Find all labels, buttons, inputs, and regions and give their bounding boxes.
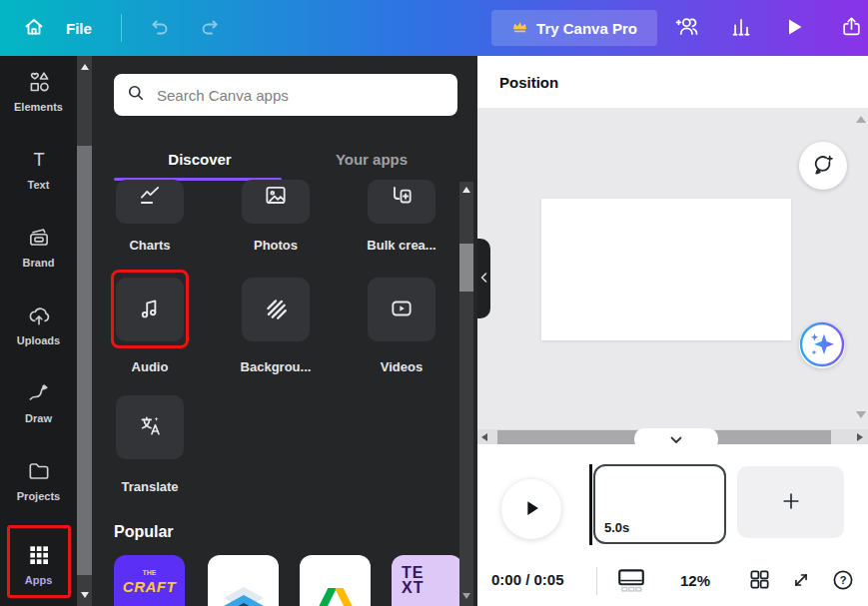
add-people-icon (674, 13, 701, 43)
clip-duration-label: 5.0s (604, 520, 629, 535)
popular-app-google-drive[interactable] (300, 555, 371, 606)
scrollbar-thumb[interactable] (459, 244, 473, 292)
scroll-down-arrow-icon[interactable] (81, 592, 89, 598)
audio-music-note-icon (136, 295, 164, 325)
design-page[interactable] (541, 199, 791, 340)
craft-logo-text: CRAFT (123, 578, 176, 595)
text-icon: T (26, 146, 52, 174)
sidebar-item-uploads[interactable]: Uploads (0, 302, 77, 363)
photos-icon (263, 183, 289, 212)
app-tile-audio[interactable] (116, 278, 184, 341)
grid-view-icon (748, 568, 771, 594)
timeline-view-button[interactable] (611, 564, 651, 598)
svg-text:T: T (33, 149, 44, 170)
home-icon (22, 15, 46, 42)
translate-icon (137, 412, 164, 442)
layers-logo-icon (218, 585, 270, 606)
fullscreen-button[interactable] (785, 566, 817, 596)
sidebar-item-brand[interactable]: Brand (0, 224, 77, 286)
scroll-up-arrow-icon[interactable] (81, 64, 89, 70)
panel-tabs: Discover Your apps (114, 146, 457, 172)
magic-sparkles-icon (799, 321, 845, 370)
redo-icon (198, 15, 222, 42)
app-tile-label: Videos (342, 359, 461, 374)
timeline-view-icon (616, 566, 646, 597)
add-page-button[interactable] (737, 466, 844, 538)
backgrounds-stripes-icon (263, 296, 289, 324)
undo-button[interactable] (142, 10, 178, 46)
topbar: File Try Canva Pro (0, 0, 868, 56)
app-tile-backgrounds[interactable] (242, 278, 310, 341)
redo-button[interactable] (192, 10, 228, 46)
brand-kit-icon (26, 224, 52, 252)
sidebar-item-label: Text (28, 179, 50, 191)
zoom-level-button[interactable]: 12% (669, 571, 721, 590)
app-tile-bulk-create[interactable] (368, 180, 435, 224)
scrollbar-thumb[interactable] (77, 146, 92, 575)
grid-view-button[interactable] (743, 566, 775, 596)
magic-assistant-button[interactable] (799, 322, 845, 368)
apps-panel: Discover Your apps (92, 56, 477, 606)
share-button[interactable] (833, 10, 868, 46)
scroll-left-arrow-icon[interactable] (481, 433, 487, 441)
bar-chart-icon (728, 14, 754, 43)
popular-app-craft[interactable]: THE CRAFT (114, 555, 185, 606)
play-icon (782, 15, 806, 42)
sidebar-scrollbar[interactable] (77, 56, 92, 606)
craft-logo-text-small: THE (143, 569, 157, 576)
scroll-right-arrow-icon[interactable] (857, 433, 863, 441)
present-button[interactable] (776, 10, 812, 46)
canvas-scroll-down-arrow-icon[interactable] (856, 411, 866, 418)
undo-icon (148, 15, 172, 42)
playhead-line (589, 464, 592, 545)
invite-members-button[interactable] (669, 10, 705, 46)
svg-text:?: ? (840, 574, 847, 586)
try-canva-pro-label: Try Canva Pro (536, 20, 637, 37)
tab-discover[interactable]: Discover (114, 146, 286, 172)
sidebar-item-apps[interactable]: Apps (0, 541, 77, 603)
context-toolbar: Position (477, 56, 868, 108)
popular-app-textcraft[interactable]: TE XT (392, 555, 462, 606)
elements-icon (26, 68, 52, 96)
panel-scrollbar[interactable] (459, 182, 473, 606)
help-button[interactable]: ? (827, 566, 859, 596)
chevron-left-icon (480, 274, 487, 285)
sidebar-item-projects[interactable]: Projects (0, 457, 77, 519)
try-canva-pro-button[interactable]: Try Canva Pro (491, 10, 657, 46)
canvas-scroll-up-arrow-icon[interactable] (856, 116, 866, 123)
sidebar-item-draw[interactable]: Draw (0, 379, 77, 441)
position-button[interactable]: Position (491, 66, 566, 98)
search-icon (126, 83, 146, 107)
charts-icon (137, 183, 163, 212)
app-tile-videos[interactable] (368, 278, 435, 341)
comment-plus-icon (810, 152, 836, 181)
popular-heading: Popular (114, 523, 174, 541)
panel-collapse-tab[interactable] (477, 239, 490, 318)
add-comment-button[interactable] (799, 142, 847, 190)
scroll-down-arrow-icon[interactable] (462, 593, 470, 599)
scroll-up-arrow-icon[interactable] (462, 187, 470, 193)
file-menu-button[interactable]: File (58, 0, 100, 56)
app-tile-label: Photos (216, 238, 336, 253)
app-tile-photos[interactable] (242, 180, 310, 224)
app-tile-translate[interactable] (116, 395, 184, 459)
app-tile-charts[interactable] (116, 180, 184, 224)
google-drive-logo-icon (313, 587, 359, 606)
insights-button[interactable] (723, 10, 759, 46)
sidebar-item-elements[interactable]: Elements (0, 68, 77, 130)
home-button[interactable] (16, 10, 52, 46)
apps-grid-icon (26, 541, 52, 569)
folder-icon (26, 457, 52, 485)
crown-icon (511, 19, 528, 37)
search-input[interactable] (155, 86, 445, 105)
textcraft-logo-text: TE (402, 565, 424, 580)
timeline-play-button[interactable] (501, 479, 561, 539)
upload-cloud-icon (26, 302, 52, 329)
popular-app-layers[interactable] (208, 555, 279, 606)
sidebar-nav: Elements T Text Brand (0, 56, 77, 606)
sidebar-item-text[interactable]: T Text (0, 146, 77, 208)
tab-your-apps[interactable]: Your apps (286, 146, 457, 172)
draw-pen-icon (26, 379, 52, 407)
statusbar: 0:00 / 0:05 12% (477, 554, 868, 606)
timeline-clip[interactable]: 5.0s (593, 464, 726, 544)
